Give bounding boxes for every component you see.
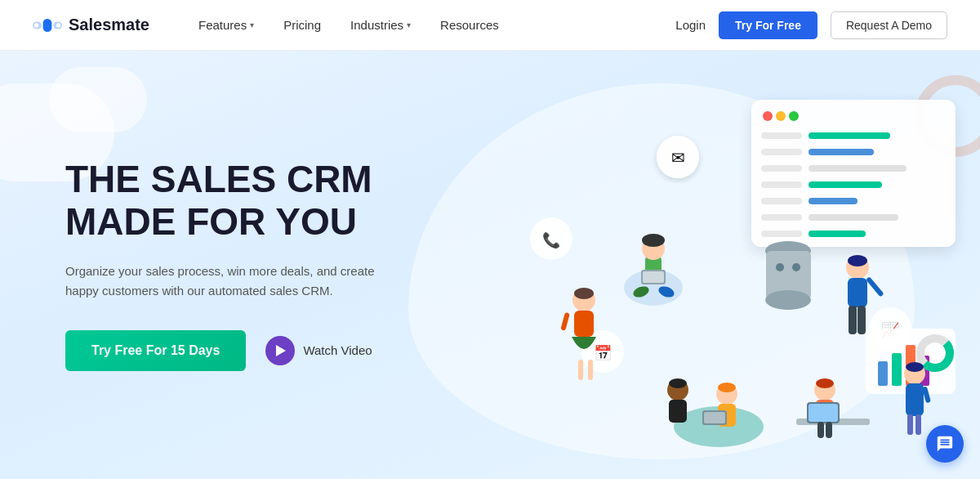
svg-rect-43	[588, 360, 593, 380]
svg-point-3	[34, 23, 38, 27]
svg-rect-28	[808, 214, 898, 221]
nav-industries[interactable]: Industries ▾	[350, 18, 411, 32]
login-button[interactable]: Login	[675, 18, 706, 32]
svg-rect-64	[817, 422, 824, 438]
svg-rect-38	[643, 271, 664, 283]
hero-section: THE SALES CRM MADE FOR YOU Organize your…	[0, 51, 980, 479]
svg-point-4	[56, 23, 60, 27]
chat-icon	[936, 435, 954, 453]
hero-cta-area: Try Free For 15 Days Watch Video	[65, 330, 376, 371]
svg-rect-17	[761, 132, 802, 139]
svg-rect-63	[808, 404, 838, 422]
logo-icon	[33, 16, 62, 35]
watch-video-text: Watch Video	[303, 343, 372, 357]
svg-point-40	[574, 288, 594, 299]
svg-point-36	[642, 234, 665, 247]
svg-rect-30	[808, 231, 866, 237]
svg-rect-50	[866, 276, 884, 297]
play-triangle	[276, 345, 286, 356]
svg-point-85	[792, 263, 800, 271]
svg-rect-52	[878, 361, 888, 386]
nav-links: Features ▾ Pricing Industries ▾ Resource…	[198, 18, 675, 32]
svg-point-16	[789, 111, 799, 121]
hero-title: THE SALES CRM MADE FOR YOU	[65, 159, 376, 243]
svg-rect-68	[906, 383, 924, 416]
svg-rect-70	[915, 414, 921, 435]
svg-point-15	[776, 111, 786, 121]
svg-point-59	[816, 378, 834, 388]
cloud-blob-2	[49, 67, 147, 132]
svg-rect-47	[848, 278, 867, 307]
request-demo-button[interactable]: Request A Demo	[831, 11, 947, 39]
svg-rect-24	[808, 181, 882, 188]
nav-features[interactable]: Features ▾	[198, 18, 254, 32]
svg-point-14	[763, 111, 773, 121]
svg-rect-29	[761, 231, 802, 237]
chat-bubble-button[interactable]	[926, 425, 964, 463]
svg-rect-27	[761, 214, 802, 221]
svg-rect-26	[808, 198, 858, 204]
svg-rect-48	[849, 306, 857, 334]
svg-rect-18	[808, 132, 890, 139]
svg-rect-42	[578, 360, 583, 380]
svg-rect-41	[574, 311, 594, 337]
logo[interactable]: Salesmate	[33, 16, 149, 35]
svg-rect-53	[892, 353, 902, 386]
watch-video-link[interactable]: Watch Video	[265, 336, 372, 365]
hero-subtitle: Organize your sales process, win more de…	[65, 262, 376, 301]
chevron-down-icon-2: ▾	[407, 20, 411, 29]
svg-rect-22	[808, 165, 906, 172]
svg-rect-69	[907, 414, 913, 435]
svg-point-77	[718, 383, 736, 392]
hero-illustration: ✉ 📞 📅 📈	[425, 51, 980, 479]
svg-point-74	[669, 378, 687, 388]
navbar: Salesmate Features ▾ Pricing Industries …	[0, 0, 980, 51]
hero-content: THE SALES CRM MADE FOR YOU Organize your…	[0, 159, 376, 370]
svg-rect-75	[669, 400, 687, 423]
svg-point-67	[906, 362, 924, 372]
svg-rect-1	[43, 18, 52, 31]
svg-rect-13	[751, 100, 956, 247]
nav-resources[interactable]: Resources	[440, 18, 499, 32]
svg-rect-21	[761, 165, 802, 172]
svg-rect-20	[808, 149, 874, 155]
try-free-hero-button[interactable]: Try Free For 15 Days	[65, 330, 246, 371]
svg-rect-65	[826, 422, 832, 438]
svg-rect-49	[858, 306, 866, 334]
svg-text:✉: ✉	[671, 149, 685, 167]
svg-rect-80	[704, 412, 725, 423]
nav-actions: Login Try For Free Request A Demo	[675, 11, 947, 39]
svg-rect-44	[560, 312, 569, 331]
svg-text:📞: 📞	[542, 231, 561, 249]
play-icon	[265, 336, 295, 365]
svg-text:📅: 📅	[594, 344, 612, 362]
svg-point-46	[848, 255, 867, 266]
svg-point-83	[765, 290, 811, 310]
chevron-down-icon: ▾	[250, 20, 254, 29]
try-free-button[interactable]: Try For Free	[719, 11, 817, 39]
nav-pricing[interactable]: Pricing	[283, 18, 321, 32]
svg-point-84	[776, 263, 784, 271]
svg-rect-25	[761, 198, 802, 204]
svg-rect-23	[761, 181, 802, 188]
logo-text: Salesmate	[69, 16, 149, 34]
svg-rect-19	[761, 149, 802, 155]
